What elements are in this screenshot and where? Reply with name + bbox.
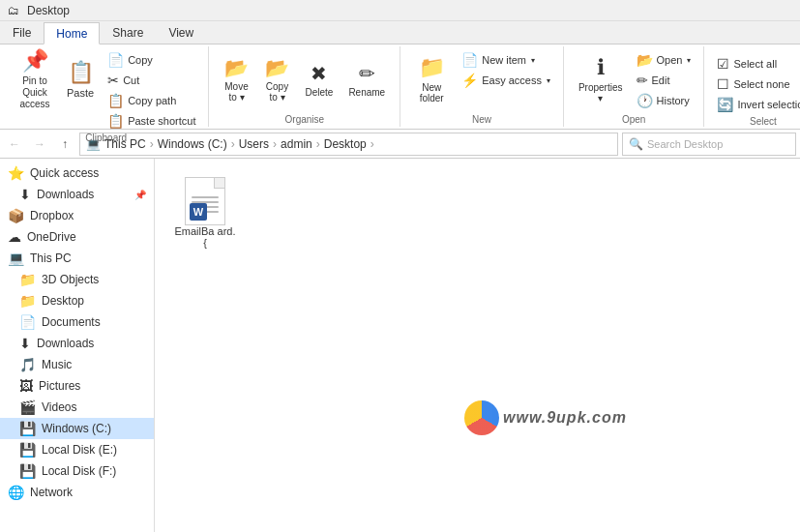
select-none-button[interactable]: ☐ Select none — [712, 74, 800, 94]
sidebar-item-this-pc[interactable]: 💻 This PC — [0, 248, 154, 269]
sidebar-item-local-e[interactable]: 💾 Local Disk (E:) — [0, 439, 154, 460]
tab-share[interactable]: Share — [100, 21, 156, 44]
sidebar-item-documents[interactable]: 📄 Documents — [0, 311, 154, 333]
sidebar-item-music[interactable]: 🎵 Music — [0, 354, 154, 375]
copy-path-icon: 📋 — [107, 93, 124, 108]
easy-access-button[interactable]: ⚡ Easy access ▾ — [457, 71, 555, 90]
sidebar-label-pictures: Pictures — [39, 379, 80, 393]
sidebar-label-videos: Videos — [42, 400, 76, 414]
copy-button[interactable]: 📄 Copy — [103, 50, 200, 70]
address-path[interactable]: 💻 This PC › Windows (C:) › Users › admin… — [79, 133, 618, 156]
search-box[interactable]: 🔍 Search Desktop — [622, 133, 796, 156]
properties-button[interactable]: ℹ Properties▾ — [572, 48, 630, 110]
select-none-icon: ☐ — [717, 76, 729, 92]
path-segment-desktop[interactable]: Desktop — [324, 137, 367, 151]
delete-button[interactable]: ✖ Delete — [298, 48, 340, 110]
sidebar-label-3d-objects: 3D Objects — [42, 273, 99, 286]
open-content: ℹ Properties▾ 📂 Open ▾ ✏ Edit 🕐 History — [572, 48, 696, 112]
file-grid: W EmailBa ard.{ — [166, 170, 788, 255]
sidebar-label-onedrive: OneDrive — [27, 230, 76, 244]
sidebar-label-local-e: Local Disk (E:) — [42, 443, 117, 457]
sidebar-item-videos[interactable]: 🎬 Videos — [0, 397, 154, 418]
copy-path-button[interactable]: 📋 Copy path — [103, 91, 200, 110]
sidebar-item-onedrive[interactable]: ☁ OneDrive — [0, 226, 154, 248]
forward-button[interactable]: → — [29, 133, 50, 155]
clipboard-label: Clipboard — [85, 131, 127, 143]
rename-button[interactable]: ✏ Rename — [341, 48, 392, 110]
title-bar-icons: 🗂 — [8, 4, 19, 17]
documents-icon: 📄 — [19, 314, 36, 330]
path-segment-users[interactable]: Users — [239, 137, 269, 151]
sidebar-label-network: Network — [30, 486, 73, 499]
local-e-icon: 💾 — [19, 442, 36, 458]
sidebar-label-downloads-pinned: Downloads — [37, 188, 94, 201]
main-layout: ⭐ Quick access ⬇ Downloads 📌 📦 Dropbox ☁… — [0, 159, 800, 532]
organise-label: Organise — [285, 112, 325, 125]
edit-button[interactable]: ✏ Edit — [632, 71, 696, 90]
paste-button[interactable]: 📋 Paste — [60, 48, 101, 110]
copy-to-icon: 📂 — [265, 56, 289, 79]
pictures-icon: 🖼 — [19, 378, 33, 394]
sidebar-label-windows-c: Windows (C:) — [42, 422, 111, 435]
sidebar-item-windows-c[interactable]: 💾 Windows (C:) — [0, 418, 154, 439]
copy-icon: 📄 — [107, 52, 124, 68]
move-icon: 📂 — [224, 56, 249, 79]
up-button[interactable]: ↑ — [54, 133, 75, 155]
new-small-group: 📄 New item ▾ ⚡ Easy access ▾ — [457, 48, 555, 90]
cut-button[interactable]: ✂ Cut — [103, 71, 200, 90]
organise-content: 📂 Moveto ▾ 📂 Copyto ▾ ✖ Delete ✏ Rename — [217, 48, 392, 112]
sidebar-item-pictures[interactable]: 🖼 Pictures — [0, 375, 154, 397]
this-pc-icon: 💻 — [8, 251, 24, 266]
tab-file[interactable]: File — [0, 21, 44, 44]
sidebar-item-desktop[interactable]: 📁 Desktop — [0, 290, 154, 311]
sidebar-label-local-f: Local Disk (F:) — [42, 464, 116, 478]
select-all-button[interactable]: ☑ Select all — [712, 54, 800, 74]
ribbon-group-new: 📁 Newfolder 📄 New item ▾ ⚡ Easy access ▾… — [400, 46, 564, 127]
invert-selection-button[interactable]: 🔄 Invert selection — [712, 95, 800, 114]
tab-view[interactable]: View — [156, 21, 206, 44]
paste-shortcut-button[interactable]: 📋 Paste shortcut — [103, 111, 200, 131]
new-folder-icon: 📁 — [419, 55, 445, 80]
new-folder-button[interactable]: 📁 Newfolder — [408, 48, 455, 110]
sidebar-item-network[interactable]: 🌐 Network — [0, 482, 154, 503]
tab-home[interactable]: Home — [44, 22, 100, 44]
sidebar-item-quick-access[interactable]: ⭐ Quick access — [0, 163, 154, 184]
music-icon: 🎵 — [19, 357, 36, 372]
sidebar-item-downloads-pinned[interactable]: ⬇ Downloads 📌 — [0, 184, 154, 205]
paste-shortcut-icon: 📋 — [107, 113, 124, 129]
sidebar-label-desktop: Desktop — [42, 294, 84, 308]
new-label: New — [472, 112, 491, 125]
history-button[interactable]: 🕐 History — [632, 91, 696, 110]
sidebar-item-local-f[interactable]: 💾 Local Disk (F:) — [0, 460, 154, 482]
move-to-button[interactable]: 📂 Moveto ▾ — [217, 48, 255, 110]
sidebar-item-downloads[interactable]: ⬇ Downloads — [0, 333, 154, 354]
open-button[interactable]: 📂 Open ▾ — [632, 50, 696, 70]
path-segment-admin[interactable]: admin — [281, 137, 312, 151]
back-button[interactable]: ← — [4, 133, 25, 155]
ribbon-group-organise: 📂 Moveto ▾ 📂 Copyto ▾ ✖ Delete ✏ Rename … — [209, 46, 400, 127]
watermark-text: www.9upk.com — [503, 409, 627, 427]
sidebar-item-dropbox[interactable]: 📦 Dropbox — [0, 205, 154, 226]
downloads-pinned-icon: ⬇ — [19, 187, 31, 202]
sidebar-item-3d-objects[interactable]: 📁 3D Objects — [0, 269, 154, 290]
pin-to-quick-button[interactable]: 📌 Pin to Quickaccess — [12, 48, 58, 110]
title-bar: 🗂 Desktop — [0, 0, 800, 21]
new-item-button[interactable]: 📄 New item ▾ — [457, 50, 555, 70]
file-item-emailbaard[interactable]: W EmailBa ard.{ — [166, 170, 244, 255]
word-doc-icon: W — [185, 177, 225, 225]
sidebar-label-this-pc: This PC — [30, 251, 72, 265]
sidebar-label-documents: Documents — [42, 315, 101, 329]
ribbon-group-select: ☑ Select all ☐ Select none 🔄 Invert sele… — [704, 46, 800, 127]
ribbon-group-open: ℹ Properties▾ 📂 Open ▾ ✏ Edit 🕐 History — [564, 46, 705, 127]
watermark-overlay: www.9upk.com — [464, 400, 627, 435]
videos-icon: 🎬 — [19, 399, 36, 415]
new-item-icon: 📄 — [461, 52, 478, 68]
path-segment-drive[interactable]: Windows (C:) — [158, 137, 227, 151]
properties-icon: ℹ — [597, 55, 605, 80]
word-badge: W — [190, 203, 207, 221]
copy-to-button[interactable]: 📂 Copyto ▾ — [257, 48, 296, 110]
invert-icon: 🔄 — [717, 97, 733, 112]
sidebar-label-downloads: Downloads — [37, 337, 94, 350]
clipboard-small-group: 📄 Copy ✂ Cut 📋 Copy path 📋 Paste shortcu… — [103, 48, 200, 131]
search-icon: 🔍 — [629, 137, 643, 151]
